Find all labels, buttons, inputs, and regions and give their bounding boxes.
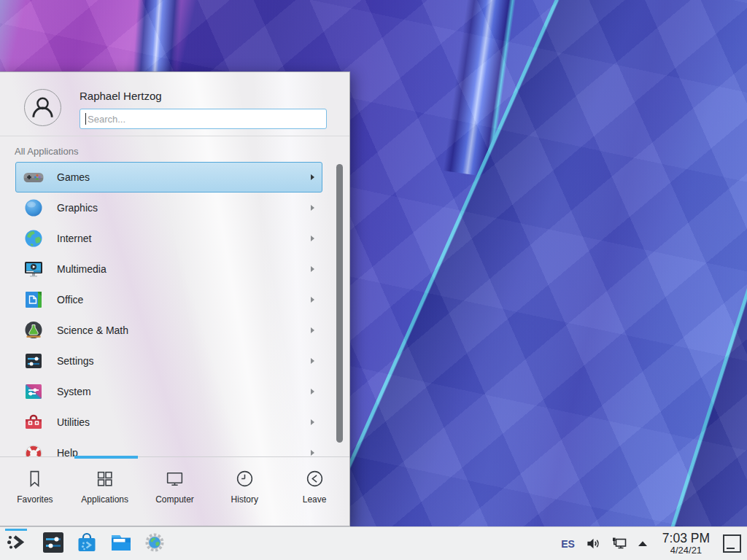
category-multimedia[interactable]: Multimedia: [15, 254, 322, 284]
submenu-arrow-icon: [311, 266, 314, 272]
active-task-indicator: [5, 529, 27, 531]
taskbar-panel: ES 7:03: [0, 526, 747, 560]
category-graphics[interactable]: Graphics: [15, 192, 322, 223]
tab-leave[interactable]: Leave: [279, 457, 349, 526]
active-tab-indicator: [74, 456, 138, 459]
tab-history[interactable]: History: [209, 457, 279, 526]
gamepad-icon: [23, 167, 44, 187]
toolbox-icon: [23, 412, 44, 432]
category-label: Multimedia: [57, 263, 107, 275]
system-settings-button[interactable]: [42, 527, 64, 560]
category-label: Office: [57, 294, 83, 306]
desktop: Raphael Hertzog All Applications: [0, 0, 747, 560]
settings-sliders-icon: [42, 532, 64, 556]
submenu-arrow-icon: [311, 174, 314, 180]
sliders-dark-icon: [23, 351, 44, 371]
volume-icon[interactable]: [586, 536, 601, 551]
submenu-arrow-icon: [311, 327, 314, 333]
system-tray: ES 7:03: [561, 532, 741, 555]
category-utilities[interactable]: Utilities: [15, 407, 322, 438]
tab-label: Leave: [303, 494, 327, 505]
clock-time: 7:03 PM: [662, 532, 710, 545]
tab-favorites[interactable]: Favorites: [0, 457, 70, 526]
category-games[interactable]: Games: [15, 162, 322, 192]
category-label: Science & Math: [57, 324, 128, 336]
media-player-icon: [23, 259, 44, 279]
clock-date: 4/24/21: [662, 545, 710, 555]
application-launcher-popup: Raphael Hertzog All Applications: [0, 71, 350, 526]
category-list: Games Graphics: [0, 160, 349, 456]
application-launcher-button[interactable]: [5, 527, 27, 560]
globe-icon: [23, 228, 44, 249]
paint-sphere-icon: [23, 198, 44, 218]
tab-label: Applications: [81, 494, 128, 505]
tab-label: Favorites: [17, 494, 53, 505]
sliders-color-icon: [23, 381, 44, 402]
bookmark-icon: [25, 469, 44, 489]
network-icon[interactable]: [611, 536, 627, 552]
keyboard-layout-indicator[interactable]: ES: [561, 538, 575, 550]
category-label: Utilities: [57, 416, 90, 428]
show-desktop-button[interactable]: [723, 534, 741, 553]
kde-kickoff-icon: [7, 532, 26, 555]
file-manager-button[interactable]: [109, 527, 133, 560]
user-avatar-icon: [25, 89, 61, 126]
tab-applications[interactable]: Applications: [70, 457, 140, 526]
blue-folder-icon: [109, 531, 133, 557]
digital-clock[interactable]: 7:03 PM 4/24/21: [662, 532, 710, 555]
category-settings[interactable]: Settings: [15, 346, 322, 376]
search-box[interactable]: [80, 109, 327, 129]
category-label: System: [57, 386, 91, 397]
category-help[interactable]: Help: [15, 438, 322, 456]
category-label: Games: [57, 171, 90, 183]
search-input[interactable]: [86, 109, 326, 128]
submenu-arrow-icon: [311, 419, 314, 425]
shopping-bag-icon: [76, 532, 98, 556]
tab-label: History: [231, 494, 258, 505]
category-label: Graphics: [57, 202, 98, 214]
section-label: All Applications: [0, 136, 349, 160]
user-avatar[interactable]: [24, 89, 61, 126]
web-browser-button[interactable]: [144, 527, 165, 560]
submenu-arrow-icon: [311, 358, 314, 364]
category-label: Internet: [57, 233, 91, 244]
submenu-arrow-icon: [311, 450, 314, 456]
discover-button[interactable]: [76, 527, 98, 560]
category-label: Settings: [57, 355, 94, 367]
monitor-icon: [165, 469, 185, 489]
clock-icon: [235, 469, 255, 489]
app-grid-icon: [95, 469, 115, 489]
submenu-arrow-icon: [311, 389, 314, 394]
leave-circle-icon: [305, 469, 325, 489]
lifesaver-icon: [23, 443, 44, 456]
document-icon: [23, 289, 44, 310]
tab-label: Computer: [155, 494, 194, 505]
tab-computer[interactable]: Computer: [140, 457, 210, 526]
category-office[interactable]: Office: [15, 284, 322, 315]
submenu-arrow-icon: [311, 297, 314, 303]
flask-icon: [23, 320, 44, 341]
category-internet[interactable]: Internet: [15, 223, 322, 254]
submenu-arrow-icon: [311, 205, 314, 211]
launcher-header: Raphael Hertzog: [0, 72, 349, 136]
expand-tray-caret-icon[interactable]: [638, 540, 648, 547]
launcher-tab-bar: Favorites Applications: [0, 456, 349, 526]
scrollbar[interactable]: [336, 164, 343, 443]
category-system[interactable]: System: [15, 376, 322, 407]
user-name: Raphael Hertzog: [80, 90, 327, 102]
globe-gear-icon: [144, 532, 165, 556]
submenu-arrow-icon: [311, 236, 314, 241]
category-science-math[interactable]: Science & Math: [15, 315, 322, 346]
